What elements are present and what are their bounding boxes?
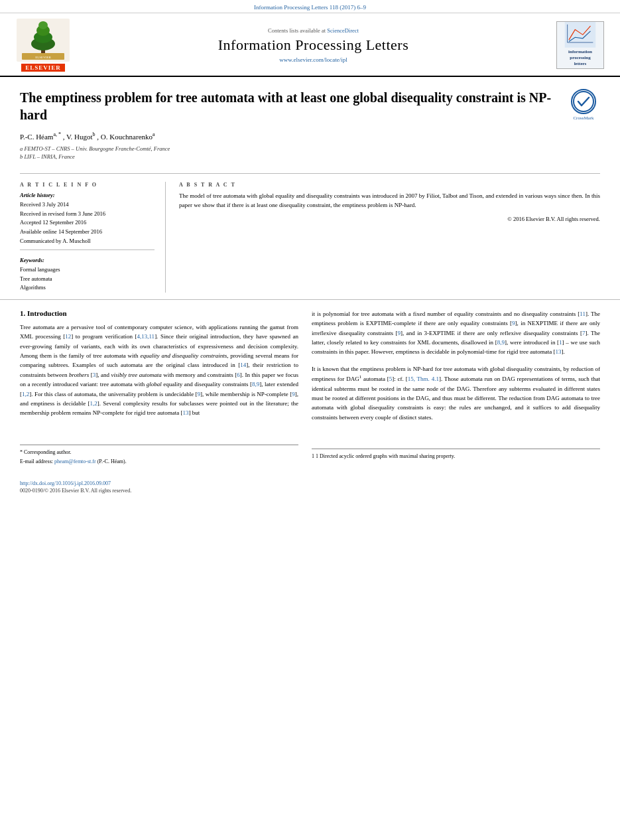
ref-11[interactable]: 11 [580,311,586,317]
doi-link[interactable]: http://dx.doi.org/10.1016/j.ipl.2016.09.… [20,480,111,486]
ref-6[interactable]: 6 [237,372,240,378]
crossmark-area: CrossMark [567,89,600,121]
ref-5[interactable]: 5 [389,376,393,382]
keywords-title: Keywords: [20,257,155,263]
crossmark-icon [571,89,596,114]
logo-right-label: informationprocessingletters [567,48,593,68]
right-body-text-1: it is polynomial for tree automata with … [312,309,600,357]
info-divider [20,249,155,250]
keyword-2: Tree automata [20,275,155,284]
svg-rect-8 [565,22,595,48]
left-body-text: Tree automata are a pervasive tool of co… [20,322,298,418]
intro-heading: 1. Introduction [20,309,298,317]
ref-9b[interactable]: 9 [292,391,295,397]
sciencedirect-link[interactable]: ScienceDirect [327,27,359,34]
copyright: © 2016 Elsevier B.V. All rights reserved… [179,216,600,222]
ref-9d[interactable]: 9 [397,330,401,336]
ref-8-9[interactable]: 8,9 [252,381,259,387]
keyword-3: Algorithms [20,283,155,293]
journal-title: Information Processing Letters [80,36,547,54]
journal-citation: Information Processing Letters 118 (2017… [254,4,366,11]
abstract-text: The model of tree automata with global e… [179,192,600,210]
article-title-area: The emptiness problem for tree automata … [0,77,620,171]
ref-3[interactable]: 3 [93,372,96,378]
ref-1-2[interactable]: 1,2 [22,391,29,397]
received-date: Received 3 July 2014 [20,200,155,210]
left-column: 1. Introduction Tree automata are a perv… [20,309,298,467]
journal-url-link[interactable]: www.elsevier.com/locate/ipl [279,56,347,63]
footnote-dag: 1 1 Directed acyclic ordered graphs with… [312,453,600,460]
author2-name: , V. Hugot [63,133,93,141]
right-footnotes: 1 1 Directed acyclic ordered graphs with… [312,449,600,460]
ref-15[interactable]: 15, Thm. 4.1 [408,376,439,382]
crossmark-label: CrossMark [573,115,593,121]
author1-name: P.-C. Héam [20,133,53,141]
author3-name: , O. Kouchnarenko [97,133,153,141]
communicated-by: Communicated by A. Muscholl [20,237,155,246]
left-footnotes: * Corresponding author. E-mail address: … [20,445,298,465]
ref-1-2b[interactable]: 1,2 [90,400,97,407]
journal-graphic-icon [560,22,600,48]
section-title: Introduction [27,309,67,317]
elsevier-tree-icon: ELSEVIER [17,19,70,62]
affiliation-b: b LIFL – INRIA, France [20,153,560,161]
ref-7[interactable]: 7 [582,330,586,336]
abstract-title: A B S T R A C T [179,182,600,188]
author2-sup: b [93,131,95,137]
authors-line: P.-C. Héama, * , V. Hugotb , O. Kouchnar… [20,131,560,141]
right-column: it is polynomial for tree automata with … [312,309,600,467]
svg-text:ELSEVIER: ELSEVIER [35,56,51,59]
page: Information Processing Letters 118 (2017… [0,0,620,840]
available-date: Available online 14 September 2016 [20,228,155,237]
author3-sup: a [153,131,155,137]
elsevier-logo-left: ELSEVIER ELSEVIER [13,19,73,72]
article-info: A R T I C L E I N F O Article history: R… [20,182,166,293]
accepted-date: Accepted 12 September 2016 [20,218,155,228]
affiliations: a FEMTO-ST – CNRS – Univ. Bourgogne Fran… [20,145,560,162]
history-title: Article history: [20,192,155,198]
top-bar: Information Processing Letters 118 (2017… [0,0,620,13]
divider-1 [20,173,600,174]
keyword-1: Formal languages [20,265,155,275]
rights-line: 0020-0190/© 2016 Elsevier B.V. All right… [20,488,600,494]
journal-url: www.elsevier.com/locate/ipl [80,56,547,63]
right-body-text-2: It is known that the emptiness problem i… [312,364,600,422]
svg-point-11 [574,92,593,111]
ref-9c[interactable]: 9 [512,320,515,326]
ref-9a[interactable]: 9 [198,391,201,397]
article-info-title: A R T I C L E I N F O [20,182,155,188]
elsevier-label: ELSEVIER [21,64,65,72]
ref-14[interactable]: 14 [240,362,246,368]
doi-line: http://dx.doi.org/10.1016/j.ipl.2016.09.… [20,480,600,486]
footnote-star: * Corresponding author. [20,449,298,456]
main-content: 1. Introduction Tree automata are a perv… [0,300,620,476]
journal-logo-right: informationprocessingletters [554,21,607,69]
affiliation-a: a FEMTO-ST – CNRS – Univ. Bourgogne Fran… [20,145,560,153]
ref-1b[interactable]: 1 [559,339,562,346]
author1-sup: a, * [53,131,61,137]
footnote-email: E-mail address: pheam@femto-st.fr (P.-C.… [20,458,298,465]
info-abstract-section: A R T I C L E I N F O Article history: R… [0,176,620,300]
journal-logo-box: informationprocessingletters [556,21,604,69]
journal-header: ELSEVIER ELSEVIER Contents lists availab… [0,13,620,77]
email-link[interactable]: pheam@femto-st.fr [54,458,96,464]
ref-8-9b[interactable]: 8,9 [497,339,505,346]
ref-4-13-11[interactable]: 4,13,11 [137,333,155,340]
svg-point-5 [38,21,48,29]
keywords-section: Keywords: Formal languages Tree automata… [20,257,155,293]
ref-12[interactable]: 12 [65,333,71,340]
article-title-text: The emptiness problem for tree automata … [20,89,560,164]
crossmark-svg [572,90,595,113]
journal-header-center: Contents lists available at ScienceDirec… [80,27,547,63]
revised-date: Received in revised form 3 June 2016 [20,210,155,219]
contents-line: Contents lists available at ScienceDirec… [80,27,547,34]
ref-13b[interactable]: 13 [556,348,562,355]
section-number: 1. [20,309,25,317]
abstract-section: A B S T R A C T The model of tree automa… [179,182,600,293]
article-title: The emptiness problem for tree automata … [20,89,560,123]
ref-13a[interactable]: 13 [182,409,188,416]
page-footer: http://dx.doi.org/10.1016/j.ipl.2016.09.… [0,476,620,496]
